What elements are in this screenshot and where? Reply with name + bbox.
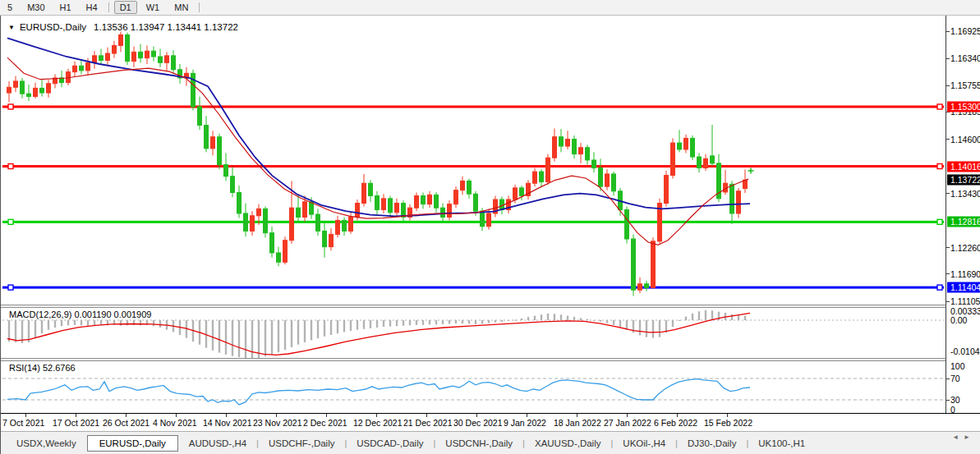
timeframe-button-m30[interactable]: M30 [21,1,50,14]
timeframe-button-w1[interactable]: W1 [140,1,166,14]
price-axis-tick: 1.13430 [950,189,980,199]
price-badge-1.13722: 1.13722 [947,175,980,186]
price-level-line[interactable] [2,221,944,223]
chart-tab-xauusd-daily[interactable]: XAUUSD-,Daily [526,435,610,452]
timeframe-button-d1[interactable]: D1 [114,1,137,14]
chart-title-row: ▼EURUSD-,Daily1.13536 1.13947 1.13441 1.… [8,22,238,32]
trading-terminal-window: 5M30H1H4D1W1MN ▼EURUSD-,Daily1.13536 1.1… [0,0,980,454]
macd-bar [100,320,102,324]
chart-window: ▼EURUSD-,Daily1.13536 1.13947 1.13441 1.… [0,16,980,454]
price-axis-tick: 1.16340 [950,53,980,63]
chart-tab-usdcad-daily[interactable]: USDCAD-,Daily [347,435,432,452]
macd-bar [238,320,240,357]
candle-body [34,88,38,96]
macd-bar [212,320,214,351]
price-badge-1.14016: 1.14016 [947,161,980,172]
chart-tab-audusd-h4[interactable]: AUDUSD-,H4 [180,435,255,452]
candle-body [665,176,669,204]
candle-body [428,195,432,204]
macd-bar [35,320,36,337]
candle-body [113,45,117,53]
price-level-line[interactable] [2,165,944,167]
macd-bar [389,320,391,327]
macd-bar [396,320,398,326]
timeframe-button-mn[interactable]: MN [168,1,194,14]
candle-body [697,157,702,168]
rsi-chart[interactable] [1,361,945,413]
price-badge-1.15300: 1.15300 [947,102,980,112]
toolbar-separator [108,2,109,12]
macd-bar [593,320,595,321]
macd-bar [416,320,417,325]
date-axis-label: 23 Nov 2021 [253,418,302,428]
candle-body [343,220,347,231]
chart-dropdown-icon[interactable]: ▼ [8,24,15,31]
candlestick-chart[interactable] [1,18,945,305]
line-anchor[interactable] [937,219,942,224]
candle-body [579,148,583,154]
macd-bar [245,320,246,358]
candle-body [290,208,294,241]
candle-body [638,284,642,290]
macd-bar [679,320,680,321]
chart-tab-uk100-h1[interactable]: UK100-,H1 [749,435,814,452]
chart-tab-ukoil-h4[interactable]: UKOil-,H4 [614,435,674,452]
macd-bar [54,320,56,328]
candle-body [270,233,274,253]
candle-body [461,181,465,190]
macd-bar [659,320,660,337]
line-anchor[interactable] [8,164,13,169]
date-tick-mark [76,414,76,417]
macd-bar [600,320,601,322]
candle-body [139,52,143,57]
macd-bar [350,320,352,331]
timeframe-button-5[interactable]: 5 [2,1,18,14]
line-anchor[interactable] [8,104,13,109]
chart-tab-dj30-daily[interactable]: DJ30-,Daily [679,435,745,452]
macd-bar [81,320,82,325]
candle-body [237,193,242,213]
chart-tab-usdx-weekly[interactable]: USDX,Weekly [7,435,85,452]
timeframe-button-h4[interactable]: H4 [81,1,104,14]
chart-tab-usdcnh-daily[interactable]: USDCNH-,Daily [436,435,522,452]
forming-bar-plus-marker [748,167,754,173]
candle-body [402,204,406,218]
line-anchor[interactable] [8,219,13,224]
macd-bar [429,320,430,324]
price-badge-1.11404: 1.11404 [947,282,980,293]
candle-body [671,143,675,176]
timeframe-button-h1[interactable]: H1 [54,1,77,14]
tab-scroll-left-icon[interactable]: ◄ [952,433,964,441]
macd-bar [48,320,49,330]
candle-body [172,56,176,70]
candle-body [474,194,478,211]
macd-bar [120,320,122,326]
macd-bar [573,317,575,320]
price-level-line[interactable] [2,106,944,108]
candle-body [336,220,340,234]
candle-body [645,284,649,288]
candle-body [684,138,688,149]
candle-body [93,56,97,62]
chart-title: EURUSD-,Daily [20,22,86,32]
macd-signal-line [7,313,750,355]
price-axis-tick: 1.16925 [950,26,980,36]
macd-bar [403,320,404,326]
chart-tab-usdchf-daily[interactable]: USDCHF-,Daily [260,435,344,452]
candle-body [356,204,360,218]
candle-body [592,160,596,168]
candle-body [231,177,235,193]
line-anchor[interactable] [937,164,942,169]
price-level-line[interactable] [2,287,944,289]
macd-bar [495,320,496,323]
date-tick-mark [677,414,678,417]
line-anchor[interactable] [937,285,942,290]
chart-tab-eurusd-daily[interactable]: EURUSD-,Daily [87,435,178,452]
line-anchor[interactable] [937,104,942,109]
line-anchor[interactable] [8,285,13,290]
date-axis-label: 15 Feb 2022 [704,418,752,428]
candle-body [375,195,380,209]
candle-body [435,195,439,208]
rsi-axis-tick: 70 [950,374,960,383]
tab-scroll-right-icon[interactable]: ► [964,433,975,441]
